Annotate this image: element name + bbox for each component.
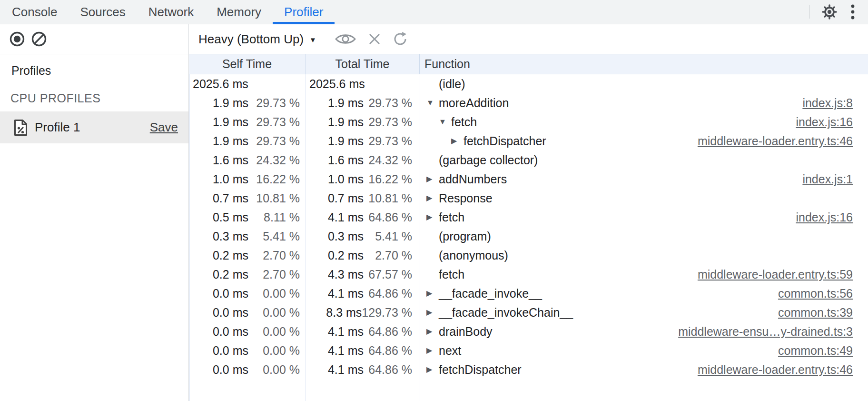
column-header-function[interactable]: Function [420,54,868,74]
total-time-ms: 4.1 ms [306,325,364,339]
source-link[interactable]: index.js:16 [796,115,868,129]
source-link[interactable]: middleware-ensu…y-drained.ts:3 [678,325,868,339]
total-time-ms: 0.7 ms [306,191,364,205]
total-time-ms: 4.1 ms [306,287,364,301]
close-icon[interactable] [368,32,381,46]
self-time-ms: 1.0 ms [189,172,248,186]
source-link[interactable]: index.js:8 [802,96,868,110]
table-row[interactable]: 1.9 ms 29.73 % 1.9 ms 29.73 % ▶ fetchDis… [189,131,868,150]
source-link[interactable]: index.js:16 [796,211,868,224]
function-cell: ▶ next common.ts:49 [420,344,868,358]
table-row[interactable]: 0.5 ms 8.11 % 4.1 ms 64.86 % ▶ fetch ind… [189,208,868,227]
table-row[interactable]: 0.0 ms 0.00 % 4.1 ms 64.86 % ▶ drainBody… [189,322,868,341]
twisty-icon[interactable]: ▼ [426,99,439,107]
tab-memory[interactable]: Memory [205,0,273,24]
self-time-ms: 0.0 ms [189,344,248,358]
twisty-icon[interactable]: ▶ [426,328,439,335]
tab-label: Memory [217,5,261,20]
profiler-view-toolbar: Heavy (Bottom Up) ▼ [189,24,868,54]
total-time-cell: 1.0 ms 16.22 % [306,172,420,186]
table-row[interactable]: 0.0 ms 0.00 % 8.3 ms 129.73 % ▶ __facade… [189,303,868,322]
self-time-ms: 0.0 ms [189,306,248,320]
table-row[interactable]: 0.7 ms 10.81 % 0.7 ms 10.81 % ▶ Response [189,189,868,208]
twisty-icon[interactable]: ▶ [426,347,439,354]
grid-header: Self Time Total Time Function [189,54,868,74]
source-link[interactable]: middleware-loader.entry.ts:59 [698,268,868,281]
settings-gear-icon[interactable] [817,0,842,24]
total-time-cell: 2025.6 ms [306,77,420,91]
function-name: addNumbers [439,172,507,186]
self-time-pct: 29.73 % [248,134,306,148]
function-name: (program) [439,230,491,243]
refresh-icon[interactable] [393,31,408,47]
table-row[interactable]: 0.0 ms 0.00 % 4.1 ms 64.86 % ▶ __facade_… [189,284,868,303]
table-row[interactable]: 0.2 ms 2.70 % 4.3 ms 67.57 % fetch middl… [189,265,868,284]
record-icon[interactable] [9,31,25,47]
source-link[interactable]: middleware-loader.entry.ts:46 [698,134,868,148]
profiles-heading: Profiles [11,64,188,78]
tab-profiler[interactable]: Profiler [273,0,335,24]
total-time-cell: 4.1 ms 64.86 % [306,287,420,301]
devtools-window: ConsoleSourcesNetworkMemoryProfiler [0,0,868,401]
twisty-icon[interactable]: ▶ [426,213,439,221]
function-name: moreAddition [439,96,509,110]
sidebar-item-profile-1[interactable]: Profile 1 Save [0,111,188,143]
tab-sources[interactable]: Sources [69,0,137,24]
twisty-icon[interactable]: ▶ [426,309,439,316]
main-area: Profiles CPU PROFILES Profile 1 Save [0,54,868,401]
self-time-pct: 5.41 % [248,230,306,243]
source-link[interactable]: middleware-loader.entry.ts:46 [698,363,868,377]
source-link[interactable]: common.ts:56 [778,287,868,301]
table-row[interactable]: 1.9 ms 29.73 % 1.9 ms 29.73 % ▼ fetch in… [189,112,868,131]
self-time-pct: 29.73 % [248,96,306,110]
tab-label: Console [12,5,57,20]
eye-icon[interactable] [335,31,356,47]
source-link[interactable]: index.js:1 [802,172,868,186]
table-row[interactable]: 1.9 ms 29.73 % 1.9 ms 29.73 % ▼ moreAddi… [189,93,868,112]
table-row[interactable]: 0.2 ms 2.70 % 0.2 ms 2.70 % (anonymous) [189,246,868,265]
save-profile-link[interactable]: Save [150,120,178,135]
table-row[interactable]: 1.6 ms 24.32 % 1.6 ms 24.32 % (garbage c… [189,150,868,170]
total-time-pct: 29.73 % [364,115,420,129]
self-time-ms: 0.2 ms [189,249,248,262]
source-link[interactable]: common.ts:39 [778,306,868,320]
column-header-self-time[interactable]: Self Time [189,54,306,74]
total-time-ms: 1.6 ms [306,153,364,167]
source-link[interactable]: common.ts:49 [778,344,868,358]
twisty-icon[interactable]: ▶ [451,137,464,145]
self-time-pct: 24.32 % [248,153,306,167]
table-row[interactable]: 2025.6 ms 2025.6 ms (idle) [189,74,868,93]
table-row[interactable]: 0.0 ms 0.00 % 4.1 ms 64.86 % ▶ fetchDisp… [189,360,868,379]
self-time-cell: 1.9 ms 29.73 % [189,96,306,110]
function-cell: ▶ fetchDispatcher middleware-loader.entr… [420,134,868,148]
kebab-menu-icon[interactable] [842,0,863,24]
self-time-ms: 0.0 ms [189,363,248,377]
total-time-cell: 0.3 ms 5.41 % [306,230,420,243]
panel-tabbar: ConsoleSourcesNetworkMemoryProfiler [0,0,868,24]
twisty-icon[interactable]: ▶ [426,366,439,373]
table-row[interactable]: 0.3 ms 5.41 % 0.3 ms 5.41 % (program) [189,227,868,246]
tab-network[interactable]: Network [137,0,205,24]
function-cell: ▶ addNumbers index.js:1 [420,172,868,186]
self-time-pct: 2.70 % [248,268,306,281]
self-time-cell: 2025.6 ms [189,77,306,91]
twisty-icon[interactable]: ▶ [426,175,439,183]
function-name: fetch [439,268,464,281]
self-time-cell: 0.5 ms 8.11 % [189,211,306,224]
twisty-icon[interactable]: ▼ [439,118,451,126]
cpu-profiles-section-label: CPU PROFILES [10,91,188,105]
self-time-ms: 1.9 ms [189,115,248,129]
total-time-ms: 0.2 ms [306,249,364,262]
table-row[interactable]: 1.0 ms 16.22 % 1.0 ms 16.22 % ▶ addNumbe… [189,170,868,189]
twisty-icon[interactable]: ▶ [426,290,439,297]
tab-console[interactable]: Console [0,0,69,24]
twisty-icon[interactable]: ▶ [426,194,439,202]
clear-icon[interactable] [31,31,47,47]
self-time-ms: 0.3 ms [189,230,248,243]
self-time-cell: 0.3 ms 5.41 % [189,230,306,243]
table-row[interactable]: 0.0 ms 0.00 % 4.1 ms 64.86 % ▶ next comm… [189,341,868,360]
column-header-total-time[interactable]: Total Time [306,54,420,74]
view-mode-dropdown[interactable]: Heavy (Bottom Up) ▼ [198,32,316,47]
self-time-pct: 0.00 % [248,306,306,320]
self-time-pct: 29.73 % [248,115,306,129]
